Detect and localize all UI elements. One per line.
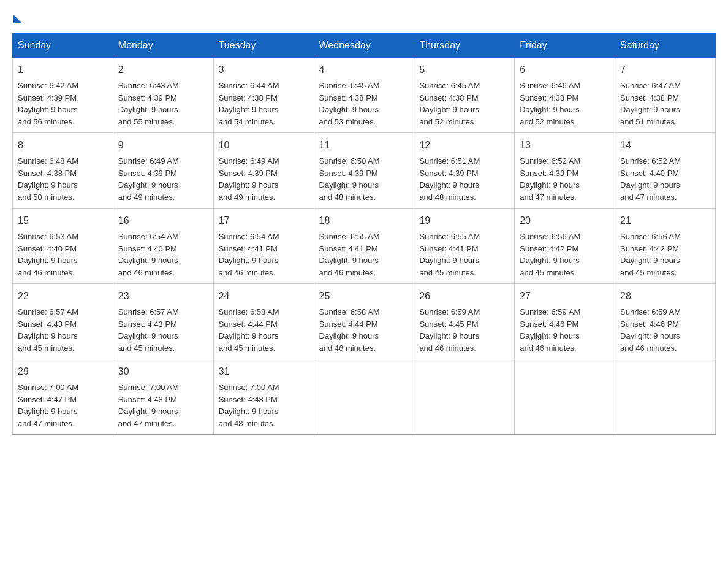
daylight-label: Daylight: 9 hours bbox=[620, 180, 680, 190]
sunset-label: Sunset: 4:46 PM bbox=[620, 320, 679, 329]
sunset-label: Sunset: 4:43 PM bbox=[18, 320, 77, 329]
calendar-cell bbox=[615, 359, 716, 435]
sunset-label: Sunset: 4:48 PM bbox=[118, 395, 177, 404]
daylight-label: Daylight: 9 hours bbox=[319, 180, 379, 190]
calendar-cell: 7 Sunrise: 6:47 AM Sunset: 4:38 PM Dayli… bbox=[615, 58, 716, 133]
sunrise-label: Sunrise: 7:00 AM bbox=[219, 383, 279, 392]
daylight-minutes: and 56 minutes. bbox=[18, 117, 75, 126]
daylight-minutes: and 46 minutes. bbox=[520, 343, 577, 353]
calendar-cell: 2 Sunrise: 6:43 AM Sunset: 4:39 PM Dayli… bbox=[113, 58, 213, 133]
daylight-minutes: and 55 minutes. bbox=[118, 117, 175, 126]
sunrise-label: Sunrise: 6:48 AM bbox=[18, 156, 78, 166]
day-number: 4 bbox=[319, 63, 409, 77]
sunset-label: Sunset: 4:40 PM bbox=[620, 169, 679, 178]
day-number: 31 bbox=[219, 364, 309, 379]
sunrise-label: Sunrise: 6:59 AM bbox=[620, 307, 681, 316]
day-number: 10 bbox=[219, 138, 309, 153]
daylight-label: Daylight: 9 hours bbox=[319, 256, 379, 265]
sunrise-label: Sunrise: 6:52 AM bbox=[520, 156, 580, 166]
daylight-minutes: and 46 minutes. bbox=[620, 343, 677, 353]
sunset-label: Sunset: 4:41 PM bbox=[219, 244, 278, 253]
daylight-label: Daylight: 9 hours bbox=[18, 331, 78, 340]
sunset-label: Sunset: 4:44 PM bbox=[219, 320, 278, 329]
daylight-minutes: and 51 minutes. bbox=[620, 117, 677, 126]
sunrise-label: Sunrise: 6:43 AM bbox=[118, 81, 179, 90]
daylight-label: Daylight: 9 hours bbox=[219, 180, 279, 190]
day-number: 27 bbox=[520, 289, 610, 304]
logo bbox=[12, 12, 22, 21]
sunrise-label: Sunrise: 6:46 AM bbox=[520, 81, 580, 90]
calendar-cell: 9 Sunrise: 6:49 AM Sunset: 4:39 PM Dayli… bbox=[113, 133, 213, 209]
sunrise-label: Sunrise: 6:57 AM bbox=[118, 307, 179, 316]
sunrise-label: Sunrise: 6:58 AM bbox=[319, 307, 380, 316]
sunrise-label: Sunrise: 6:59 AM bbox=[419, 307, 480, 316]
day-number: 21 bbox=[620, 213, 710, 228]
day-number: 1 bbox=[18, 63, 108, 77]
daylight-minutes: and 45 minutes. bbox=[419, 268, 476, 277]
daylight-minutes: and 47 minutes. bbox=[18, 419, 75, 428]
day-number: 29 bbox=[18, 364, 108, 379]
header-saturday: Saturday bbox=[615, 34, 716, 58]
calendar-cell: 5 Sunrise: 6:45 AM Sunset: 4:38 PM Dayli… bbox=[414, 58, 515, 133]
daylight-label: Daylight: 9 hours bbox=[419, 256, 479, 265]
daylight-minutes: and 50 minutes. bbox=[18, 193, 75, 202]
sunset-label: Sunset: 4:45 PM bbox=[419, 320, 478, 329]
calendar-cell: 31 Sunrise: 7:00 AM Sunset: 4:48 PM Dayl… bbox=[213, 359, 314, 435]
day-number: 19 bbox=[419, 213, 509, 228]
calendar-cell: 27 Sunrise: 6:59 AM Sunset: 4:46 PM Dayl… bbox=[515, 284, 615, 359]
day-number: 3 bbox=[219, 63, 309, 77]
sunrise-label: Sunrise: 6:55 AM bbox=[319, 232, 380, 241]
daylight-minutes: and 48 minutes. bbox=[219, 419, 276, 428]
sunrise-label: Sunrise: 6:45 AM bbox=[419, 81, 480, 90]
daylight-label: Daylight: 9 hours bbox=[319, 105, 379, 114]
daylight-label: Daylight: 9 hours bbox=[520, 105, 580, 114]
daylight-minutes: and 49 minutes. bbox=[219, 193, 276, 202]
calendar-cell: 12 Sunrise: 6:51 AM Sunset: 4:39 PM Dayl… bbox=[414, 133, 515, 209]
daylight-minutes: and 48 minutes. bbox=[319, 193, 376, 202]
calendar-cell: 11 Sunrise: 6:50 AM Sunset: 4:39 PM Dayl… bbox=[314, 133, 414, 209]
sunrise-label: Sunrise: 6:49 AM bbox=[118, 156, 179, 166]
sunset-label: Sunset: 4:39 PM bbox=[118, 93, 177, 102]
calendar-cell: 17 Sunrise: 6:54 AM Sunset: 4:41 PM Dayl… bbox=[213, 209, 314, 284]
sunset-label: Sunset: 4:39 PM bbox=[18, 93, 77, 102]
sunrise-label: Sunrise: 6:44 AM bbox=[219, 81, 279, 90]
day-number: 25 bbox=[319, 289, 409, 304]
daylight-label: Daylight: 9 hours bbox=[520, 256, 580, 265]
sunset-label: Sunset: 4:39 PM bbox=[319, 169, 378, 178]
calendar-cell: 3 Sunrise: 6:44 AM Sunset: 4:38 PM Dayli… bbox=[213, 58, 314, 133]
daylight-label: Daylight: 9 hours bbox=[18, 105, 78, 114]
sunrise-label: Sunrise: 6:54 AM bbox=[219, 232, 279, 241]
page-header bbox=[12, 12, 716, 21]
daylight-minutes: and 52 minutes. bbox=[520, 117, 577, 126]
header-thursday: Thursday bbox=[414, 34, 515, 58]
day-number: 9 bbox=[118, 138, 208, 153]
daylight-label: Daylight: 9 hours bbox=[18, 407, 78, 416]
sunrise-label: Sunrise: 7:00 AM bbox=[118, 383, 179, 392]
sunset-label: Sunset: 4:44 PM bbox=[319, 320, 378, 329]
calendar-cell: 6 Sunrise: 6:46 AM Sunset: 4:38 PM Dayli… bbox=[515, 58, 615, 133]
calendar-cell: 26 Sunrise: 6:59 AM Sunset: 4:45 PM Dayl… bbox=[414, 284, 515, 359]
sunset-label: Sunset: 4:40 PM bbox=[18, 244, 77, 253]
header-monday: Monday bbox=[113, 34, 213, 58]
sunrise-label: Sunrise: 6:58 AM bbox=[219, 307, 279, 316]
week-row-2: 8 Sunrise: 6:48 AM Sunset: 4:38 PM Dayli… bbox=[13, 133, 716, 209]
daylight-minutes: and 46 minutes. bbox=[319, 268, 376, 277]
calendar-cell: 1 Sunrise: 6:42 AM Sunset: 4:39 PM Dayli… bbox=[13, 58, 113, 133]
day-number: 16 bbox=[118, 213, 208, 228]
sunrise-label: Sunrise: 6:53 AM bbox=[18, 232, 78, 241]
daylight-minutes: and 45 minutes. bbox=[219, 343, 276, 353]
day-number: 14 bbox=[620, 138, 710, 153]
day-number: 22 bbox=[18, 289, 108, 304]
daylight-label: Daylight: 9 hours bbox=[219, 105, 279, 114]
week-row-5: 29 Sunrise: 7:00 AM Sunset: 4:47 PM Dayl… bbox=[13, 359, 716, 435]
sunrise-label: Sunrise: 6:56 AM bbox=[620, 232, 681, 241]
day-number: 26 bbox=[419, 289, 509, 304]
sunrise-label: Sunrise: 6:45 AM bbox=[319, 81, 380, 90]
calendar-cell: 18 Sunrise: 6:55 AM Sunset: 4:41 PM Dayl… bbox=[314, 209, 414, 284]
day-number: 24 bbox=[219, 289, 309, 304]
daylight-minutes: and 53 minutes. bbox=[319, 117, 376, 126]
day-number: 17 bbox=[219, 213, 309, 228]
calendar-cell: 23 Sunrise: 6:57 AM Sunset: 4:43 PM Dayl… bbox=[113, 284, 213, 359]
sunset-label: Sunset: 4:40 PM bbox=[118, 244, 177, 253]
daylight-label: Daylight: 9 hours bbox=[319, 331, 379, 340]
